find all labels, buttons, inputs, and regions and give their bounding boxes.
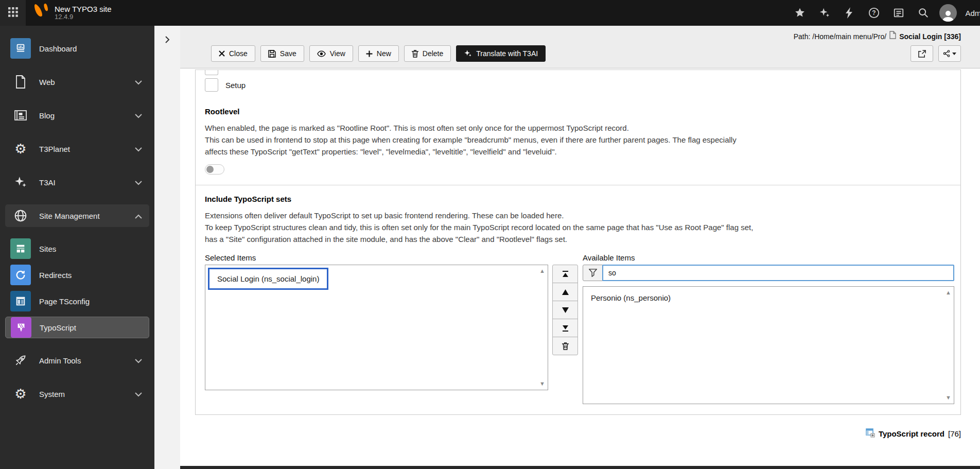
chevron-down-icon: [135, 178, 142, 187]
new-button[interactable]: New: [358, 45, 399, 62]
move-up-button[interactable]: [552, 283, 578, 301]
sidebar-item-typoscript[interactable]: TypoScript: [5, 317, 149, 338]
search-icon[interactable]: [915, 4, 932, 22]
sidebar-item-admin-tools[interactable]: Admin Tools: [5, 349, 149, 372]
sidebar-item-page-tsconfig[interactable]: Page TSconfig: [5, 290, 149, 312]
page-tsconfig-icon: [10, 291, 31, 311]
available-items-listbox[interactable]: Personio (ns_personio) ▲ ▼: [583, 286, 954, 404]
navigation-strip: [154, 26, 180, 469]
scroll-up-arrow[interactable]: ▲: [946, 290, 951, 296]
svg-text:?: ?: [872, 9, 876, 16]
selected-option[interactable]: Social Login (ns_social_login): [208, 268, 328, 290]
scroll-up-arrow[interactable]: ▲: [539, 268, 545, 274]
page-icon: [889, 30, 896, 43]
record-form: Setup Rootlevel When enabled, the page i…: [180, 68, 980, 469]
record-uid: [76]: [948, 429, 961, 438]
selected-items-listbox[interactable]: Social Login (ns_social_login) ▲ ▼: [205, 265, 548, 390]
gear-outline-icon: ⚙: [10, 384, 31, 404]
rootlevel-heading: Rootlevel: [205, 107, 954, 116]
dashboard-icon: [10, 38, 31, 59]
setup-checkbox[interactable]: [205, 78, 218, 92]
app-grid-icon: [8, 7, 18, 19]
site-brand[interactable]: New TYPO3 site 12.4.9: [26, 0, 120, 26]
sidebar-item-system[interactable]: ⚙ System: [5, 383, 149, 405]
sidebar-item-t3planet[interactable]: ⚙ T3Planet: [5, 137, 149, 160]
include-sets-heading: Include TypoScript sets: [205, 195, 954, 203]
docheader: Path: /Home/main menu/Pro/ Social Login …: [180, 26, 980, 68]
redirect-arrow-icon: [10, 265, 31, 285]
sidebar-item-blog[interactable]: Blog: [5, 104, 149, 127]
bookmark-star-icon[interactable]: [791, 4, 809, 22]
record-footer: TypoScript record [76]: [195, 428, 961, 439]
section-include-typoscript-sets: Include TypoScript sets Extensions often…: [196, 185, 960, 414]
globe-icon: [10, 205, 31, 226]
web-page-icon: [10, 72, 31, 92]
sidebar-item-web[interactable]: Web: [5, 71, 149, 93]
chevron-down-icon: [135, 111, 142, 120]
clear-cache-bolt-icon[interactable]: [841, 4, 858, 22]
chevron-down-icon: [135, 390, 142, 398]
available-items-filter: [583, 265, 954, 281]
chevron-up-icon: [135, 212, 142, 220]
filter-funnel-icon[interactable]: [583, 265, 603, 281]
open-in-new-window-button[interactable]: [911, 45, 933, 62]
release-notes-icon[interactable]: [890, 4, 907, 22]
share-button[interactable]: [938, 45, 961, 62]
typoscript-brush-icon: [11, 317, 31, 338]
rootlevel-description: When enabled, the page is marked as "Roo…: [205, 122, 954, 134]
rocket-icon: [10, 350, 31, 371]
list-move-controls: [552, 265, 578, 390]
sidebar-item-site-management[interactable]: Site Management: [5, 204, 149, 227]
toggle-knob: [206, 166, 214, 173]
scroll-down-arrow[interactable]: ▼: [946, 395, 951, 401]
sparkles-icon: [10, 172, 31, 193]
view-button[interactable]: View: [309, 45, 353, 62]
gear-icon: ⚙: [10, 138, 31, 159]
section-setup: Setup: [196, 70, 960, 98]
available-option[interactable]: Personio (ns_personio): [583, 287, 954, 302]
topbar: New TYPO3 site 12.4.9 ? Admin: [0, 0, 980, 26]
close-button[interactable]: Close: [211, 45, 255, 62]
form-panel: Setup Rootlevel When enabled, the page i…: [195, 70, 961, 415]
topbar-actions: ? Admin: [791, 4, 980, 22]
user-avatar[interactable]: [939, 4, 957, 22]
module-menu: Dashboard Web Blog ⚙ T3Planet: [0, 26, 154, 469]
sidebar-item-dashboard[interactable]: Dashboard: [5, 37, 149, 60]
sidebar-item-redirects[interactable]: Redirects: [5, 264, 149, 286]
setup-label: Setup: [225, 81, 246, 90]
blog-newspaper-icon: [10, 105, 31, 126]
breadcrumb-record-title: Social Login [336]: [899, 30, 961, 43]
module-content: Path: /Home/main menu/Pro/ Social Login …: [180, 26, 980, 469]
clipped-checkbox[interactable]: [205, 70, 218, 75]
breadcrumb-path: Path: /Home/main menu/Pro/: [794, 30, 887, 43]
chevron-down-icon: [135, 356, 142, 365]
breadcrumb: Path: /Home/main menu/Pro/ Social Login …: [211, 30, 961, 43]
available-items-label: Available Items: [583, 253, 954, 262]
help-icon[interactable]: ?: [865, 4, 883, 22]
sidebar-item-t3ai[interactable]: T3AI: [5, 171, 149, 194]
expand-pagetree-button[interactable]: [160, 32, 175, 47]
save-button[interactable]: Save: [260, 45, 304, 62]
user-name[interactable]: Admin: [965, 9, 980, 18]
move-to-top-button[interactable]: [552, 265, 578, 283]
sites-icon: [10, 238, 31, 259]
section-rootlevel: Rootlevel When enabled, the page is mark…: [196, 98, 960, 185]
app-title: New TYPO3 site: [55, 5, 112, 13]
delete-button[interactable]: Delete: [404, 45, 451, 62]
t3ai-sparkles-icon[interactable]: [816, 4, 833, 22]
sidebar-item-sites[interactable]: Sites: [5, 238, 149, 259]
module-grid-toggle[interactable]: [0, 0, 26, 26]
chevron-down-icon: [135, 78, 142, 86]
rootlevel-toggle[interactable]: [205, 164, 224, 175]
app-version: 12.4.9: [55, 13, 112, 21]
filter-input[interactable]: [602, 265, 954, 281]
dual-list-widget: Selected Items Social Login (ns_social_l…: [205, 253, 954, 404]
selected-items-label: Selected Items: [205, 253, 578, 262]
move-down-button[interactable]: [552, 301, 578, 319]
scroll-down-arrow[interactable]: ▼: [539, 381, 545, 387]
move-to-bottom-button[interactable]: [552, 319, 578, 337]
content-bottom-edge: [180, 466, 980, 469]
include-sets-description: Extensions often deliver default TypoScr…: [205, 210, 954, 221]
remove-item-button[interactable]: [552, 337, 578, 355]
translate-t3ai-button[interactable]: Translate with T3AI: [456, 45, 546, 62]
